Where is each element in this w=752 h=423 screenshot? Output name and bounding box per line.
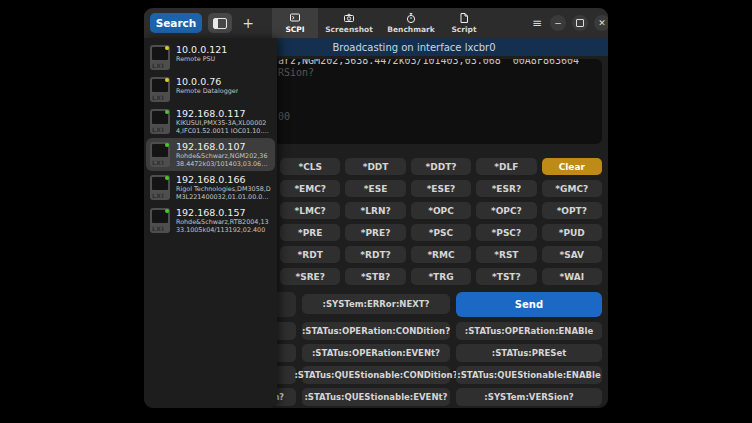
scpi-command-button[interactable]: *RST (476, 246, 536, 263)
scpi-command-button[interactable]: *CLS (280, 158, 340, 175)
lxi-logo: LXI (152, 94, 164, 101)
device-text: 192.168.0.157 Rohde&Schwarz,RTB2004,1333… (176, 207, 271, 234)
scpi-command-button[interactable]: *PRE? (345, 224, 405, 241)
scpi-command-button[interactable]: *WAI (542, 268, 602, 285)
camera-icon (343, 12, 355, 24)
status-command-button[interactable]: :STATus:QUEStionable:CONDition? (302, 366, 450, 384)
scpi-command-button[interactable]: *GMC? (542, 180, 602, 197)
scpi-command-button[interactable]: *PSC (411, 224, 471, 241)
status-dot (165, 209, 169, 213)
device-text: 192.168.0.166 Rigol Technologies,DM3058,… (176, 174, 271, 201)
menu-button[interactable]: ≡ (528, 15, 546, 31)
device-id: Remote Datalogger (176, 88, 238, 96)
lxi-device-icon: LXI (150, 142, 170, 167)
instrument-list-item[interactable]: LXI 10.0.0.76 Remote Datalogger (146, 73, 275, 105)
scpi-command-button[interactable]: *OPT? (542, 202, 602, 219)
status-dot (165, 176, 169, 180)
terminal-icon (289, 12, 301, 24)
lxi-device-icon: LXI (150, 208, 170, 233)
device-text: 192.168.0.107 Rohde&Schwarz,NGM202,3638.… (176, 141, 271, 168)
tab-label: Screenshot (325, 25, 373, 34)
sidebar-toggle-button[interactable] (208, 13, 232, 33)
instrument-list-item[interactable]: LXI 10.0.0.121 Remote PSU (146, 41, 275, 73)
close-button[interactable]: ✕ (594, 15, 608, 31)
scpi-command-button[interactable]: *RDT? (345, 246, 405, 263)
scpi-command-button[interactable]: *DDT? (411, 158, 471, 175)
desktop-background: Search + SCPI Screenshot (0, 0, 752, 423)
add-instrument-button[interactable]: + (238, 13, 258, 33)
scpi-command-button[interactable]: *STB? (345, 268, 405, 285)
scpi-command-button[interactable]: *OPC? (476, 202, 536, 219)
maximize-button[interactable] (572, 15, 588, 31)
lxi-device-icon: LXI (150, 175, 170, 200)
tab-screenshot[interactable]: Screenshot (320, 8, 378, 38)
status-dot (165, 143, 169, 147)
send-button[interactable]: Send (456, 292, 602, 317)
lxi-logo: LXI (152, 192, 164, 199)
console-line-response: arz,NGM202,3638.4472k03/101403,03.068 00… (278, 59, 579, 66)
device-id: Remote PSU (176, 56, 227, 64)
device-ip: 192.168.0.157 (176, 207, 271, 219)
scpi-command-button[interactable]: *EMC? (280, 180, 340, 197)
scpi-command-button[interactable]: *TRG (411, 268, 471, 285)
status-command-button[interactable]: :SYSTem:VERSion? (456, 388, 602, 406)
scpi-command-button[interactable]: Clear (542, 158, 602, 175)
status-command-button[interactable]: :STATus:PRESet (456, 344, 602, 362)
scpi-command-button[interactable]: *DLF (476, 158, 536, 175)
scpi-command-button[interactable]: *SRE? (280, 268, 340, 285)
scpi-command-button[interactable]: *RMC (411, 246, 471, 263)
status-command-grid: :STATus:OPERation:CONDition? :STATus:OPE… (302, 322, 602, 406)
instrument-list-item[interactable]: LXI 192.168.0.107 Rohde&Schwarz,NGM202,3… (146, 138, 275, 171)
scpi-command-button[interactable]: *TST? (476, 268, 536, 285)
scpi-command-button[interactable]: *LMC? (280, 202, 340, 219)
lxi-device-icon: LXI (150, 109, 170, 134)
lxi-device-icon: LXI (150, 77, 170, 102)
scpi-command-button[interactable]: *PRE (280, 224, 340, 241)
tab-benchmark[interactable]: Benchmark (384, 8, 438, 38)
scpi-command-button[interactable]: *LRN? (345, 202, 405, 219)
lxi-logo: LXI (152, 62, 164, 69)
status-command-button[interactable]: :STATus:QUEStionable:ENABle (456, 366, 602, 384)
instrument-list-item[interactable]: LXI 192.168.0.157 Rohde&Schwarz,RTB2004,… (146, 204, 275, 237)
device-text: 10.0.0.76 Remote Datalogger (176, 76, 238, 96)
device-ip: 192.168.0.166 (176, 174, 271, 186)
scpi-command-button[interactable]: *PSC? (476, 224, 536, 241)
instrument-list-item[interactable]: LXI 192.168.0.117 KIKUSUI,PMX35-3A,XL000… (146, 105, 275, 138)
device-id: KIKUSUI,PMX35-3A,XL000024,IFC01.52.0011 … (176, 120, 271, 135)
status-dot (165, 78, 169, 82)
device-ip: 10.0.0.121 (176, 44, 227, 56)
status-command-button[interactable]: :STATus:QUEStionable:EVENt? (302, 388, 450, 406)
status-command-button[interactable]: :STATus:OPERation:ENABle (456, 322, 602, 340)
script-icon (458, 12, 470, 24)
scpi-command-button[interactable]: *OPC (411, 202, 471, 219)
tab-script[interactable]: Script (444, 8, 484, 38)
status-command-button[interactable]: :STATus:OPERation:CONDition? (302, 322, 450, 340)
scpi-command-button[interactable]: *ESR? (476, 180, 536, 197)
lxi-logo: LXI (152, 225, 164, 232)
scpi-command-button[interactable]: *SAV (542, 246, 602, 263)
search-button[interactable]: Search (150, 13, 202, 33)
device-ip: 10.0.0.76 (176, 76, 238, 88)
scpi-command-button[interactable]: *ESE (345, 180, 405, 197)
tab-label: SCPI (285, 25, 304, 34)
scpi-command-button[interactable]: *PUD (542, 224, 602, 241)
status-dot (165, 46, 169, 50)
sidebar-panel-icon (213, 18, 227, 29)
device-id: Rohde&Schwarz,NGM202,3638.4472k03/101403… (176, 153, 271, 168)
broadcast-banner-text: Broadcasting on interface lxcbr0 (220, 38, 608, 56)
status-dot (165, 110, 169, 114)
scpi-command-button[interactable]: *DDT (345, 158, 405, 175)
system-error-next-button[interactable]: :SYSTem:ERRor:NEXT? (302, 294, 450, 314)
scpi-command-button[interactable]: *RDT (280, 246, 340, 263)
device-id: Rigol Technologies,DM3058,DM3L221400032,… (176, 186, 271, 201)
device-id: Rohde&Schwarz,RTB2004,1333.1005k04/11319… (176, 219, 271, 234)
lxi-logo: LXI (152, 159, 164, 166)
tab-scpi[interactable]: SCPI (272, 8, 318, 38)
status-command-button[interactable]: :STATus:OPERation:EVENt? (302, 344, 450, 362)
console-line-command: RSion? (278, 67, 314, 78)
minimize-button[interactable]: − (550, 15, 566, 31)
lxi-logo: LXI (152, 126, 164, 133)
scpi-command-button[interactable]: *ESE? (411, 180, 471, 197)
device-ip: 192.168.0.117 (176, 108, 271, 120)
instrument-list-item[interactable]: LXI 192.168.0.166 Rigol Technologies,DM3… (146, 171, 275, 204)
